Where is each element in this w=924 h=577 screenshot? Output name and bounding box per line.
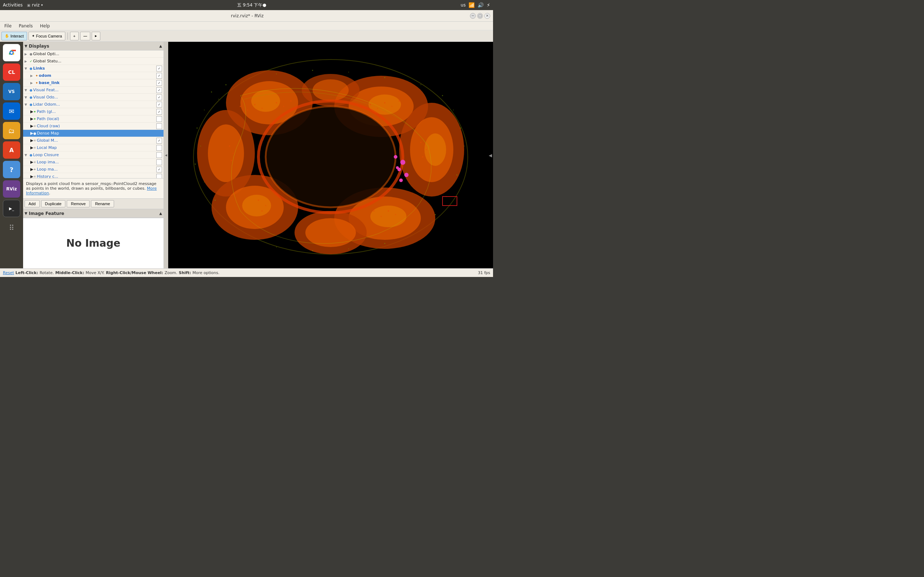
focus-camera-button[interactable]: ✦ Focus Camera xyxy=(29,32,65,40)
taskbar-help-icon[interactable]: ? xyxy=(3,161,20,178)
display-item-loop-image[interactable]: ▶ ✳ Loop ima... xyxy=(23,159,163,166)
item-name: Path (local) xyxy=(37,116,156,121)
item-checkbox[interactable]: ✓ xyxy=(156,80,162,86)
close-button[interactable]: ✕ xyxy=(485,13,490,19)
display-item-base-link[interactable]: ▶ ✦ base_link ✓ xyxy=(23,79,163,87)
menu-panels[interactable]: Panels xyxy=(17,23,34,29)
expand-icon: ▼ xyxy=(24,103,30,106)
visualization-canvas: ◀ xyxy=(168,42,493,268)
svg-point-81 xyxy=(265,205,267,206)
item-name: Visual Odo... xyxy=(33,95,156,100)
title-bar: rviz.rviz* - RViz ─ □ ✕ xyxy=(0,10,493,22)
display-item-global-options[interactable]: ▶ ● Global Opti... xyxy=(23,50,163,58)
taskbar-terminal-icon[interactable]: ▶_ xyxy=(3,200,20,217)
svg-point-19 xyxy=(242,195,271,216)
shift-label: Shift: xyxy=(179,271,191,275)
item-checkbox[interactable]: ✓ xyxy=(156,102,162,108)
interact-button[interactable]: ✋ Interact xyxy=(2,32,27,40)
item-checkbox[interactable] xyxy=(156,131,162,136)
svg-point-51 xyxy=(276,247,277,247)
display-item-local-map[interactable]: ▶ ✳ Local Map xyxy=(23,144,163,152)
item-checkbox[interactable] xyxy=(156,145,162,151)
display-item-cloud-raw[interactable]: ▶ ✳ Cloud (raw) xyxy=(23,122,163,130)
item-checkbox[interactable] xyxy=(156,116,162,122)
item-checkbox[interactable]: ✓ xyxy=(156,95,162,100)
right-click-action: Zoom. xyxy=(165,271,177,275)
item-checkbox[interactable]: ✓ xyxy=(156,73,162,79)
type-icon: ✦ xyxy=(33,168,36,171)
toolbar-minus-button[interactable]: ─ xyxy=(80,32,90,40)
left-click-action: Rotate. xyxy=(40,271,54,275)
expand-icon: ▶ xyxy=(30,160,33,164)
display-item-path-local[interactable]: ▶ ✦ Path (local) xyxy=(23,115,163,122)
taskbar-cl-icon[interactable]: CL xyxy=(3,63,20,81)
restore-button[interactable]: □ xyxy=(477,13,483,19)
svg-point-38 xyxy=(215,200,216,201)
taskbar-rviz-icon[interactable]: RViz xyxy=(3,180,20,198)
svg-point-59 xyxy=(399,179,403,182)
remove-button[interactable]: Remove xyxy=(67,200,89,207)
display-item-global-map[interactable]: ▶ ✳ Global M... ✓ xyxy=(23,137,163,144)
taskbar-vscode-icon[interactable]: VS xyxy=(3,83,20,100)
item-checkbox[interactable] xyxy=(156,160,162,165)
item-checkbox[interactable]: ✓ xyxy=(156,109,162,115)
info-suffix: . xyxy=(49,191,50,195)
activities-button[interactable]: Activities xyxy=(3,3,23,8)
reset-button[interactable]: Reset xyxy=(3,271,14,275)
displays-panel-toggle[interactable]: ▼ xyxy=(24,44,27,48)
display-item-odom[interactable]: ▶ ✦ odom ✓ xyxy=(23,72,163,79)
taskbar-files-icon[interactable]: 🗂 xyxy=(3,122,20,139)
svg-point-60 xyxy=(396,166,399,169)
item-checkbox[interactable]: ✓ xyxy=(156,87,162,93)
item-name: Global M... xyxy=(37,138,156,143)
display-item-history[interactable]: ▶ ✳ History c... xyxy=(23,173,163,178)
add-button[interactable]: Add xyxy=(24,200,40,207)
display-item-links[interactable]: ▼ ● Links ✓ xyxy=(23,65,163,72)
display-item-path-gl[interactable]: ▶ ✦ Path (gl... ✓ xyxy=(23,108,163,115)
display-item-dense-map[interactable]: ▶ ● Dense Map xyxy=(23,130,163,137)
expand-icon: ▼ xyxy=(24,95,30,99)
item-name: Visual Feat... xyxy=(33,88,156,92)
image-panel-toggle[interactable]: ▼ xyxy=(24,211,27,215)
item-checkbox[interactable] xyxy=(156,123,162,129)
display-item-lidar-odom[interactable]: ▼ ● Lidar Odom... ✓ xyxy=(23,101,163,108)
menu-file[interactable]: File xyxy=(3,23,13,29)
display-item-visual-feat[interactable]: ▼ ● Visual Feat... ✓ xyxy=(23,87,163,94)
displays-panel-scroll-up[interactable]: ▲ xyxy=(159,44,162,48)
menu-help[interactable]: Help xyxy=(39,23,51,29)
item-checkbox[interactable]: ✓ xyxy=(156,167,162,172)
taskbar-software-icon[interactable]: A xyxy=(3,141,20,159)
image-panel-scroll-up[interactable]: ▲ xyxy=(159,211,162,215)
item-checkbox[interactable]: ✓ xyxy=(156,66,162,71)
type-icon: ● xyxy=(30,153,32,157)
toolbar-more-button[interactable]: ▸ xyxy=(92,32,100,40)
panel-collapse-arrow[interactable]: ◀ xyxy=(164,42,168,268)
taskbar-thunderbird-icon[interactable]: ✉ xyxy=(3,102,20,120)
taskbar-dots-icon[interactable]: ⠿ xyxy=(3,219,20,237)
item-checkbox[interactable] xyxy=(156,152,162,158)
item-checkbox[interactable]: ✓ xyxy=(156,138,162,143)
info-box: Displays a point cloud from a sensor_msg… xyxy=(23,178,163,199)
svg-point-40 xyxy=(453,110,454,110)
svg-point-50 xyxy=(420,84,421,85)
item-checkbox[interactable] xyxy=(156,174,162,179)
duplicate-button[interactable]: Duplicate xyxy=(41,200,66,207)
window-title: rviz.rviz* - RViz xyxy=(24,13,470,18)
display-item-loop-closure[interactable]: ▼ ● Loop Closure xyxy=(23,152,163,159)
taskbar-chrome-icon[interactable] xyxy=(3,44,20,61)
expand-icon: ▶ xyxy=(30,138,33,143)
svg-point-72 xyxy=(392,106,393,107)
rviz-menu-indicator[interactable]: ▣ rviz ▾ xyxy=(27,3,43,8)
rename-button[interactable]: Rename xyxy=(91,200,114,207)
svg-point-84 xyxy=(381,216,382,217)
minimize-button[interactable]: ─ xyxy=(470,13,476,19)
svg-point-78 xyxy=(426,149,427,150)
toolbar-plus-button[interactable]: + xyxy=(70,32,79,40)
display-item-visual-odo[interactable]: ▼ ● Visual Odo... ✓ xyxy=(23,94,163,101)
svg-point-45 xyxy=(435,214,436,215)
display-item-global-status[interactable]: ▶ ✓ Global Statu... xyxy=(23,58,163,65)
display-item-loop-markers[interactable]: ▶ ✦ Loop ma... ✓ xyxy=(23,166,163,173)
3d-viewport[interactable]: ◀ xyxy=(168,42,493,268)
image-feature-panel: ▼ Image Feature ▲ No Image xyxy=(23,209,163,268)
rviz-dropdown-icon[interactable]: ▾ xyxy=(41,3,43,7)
